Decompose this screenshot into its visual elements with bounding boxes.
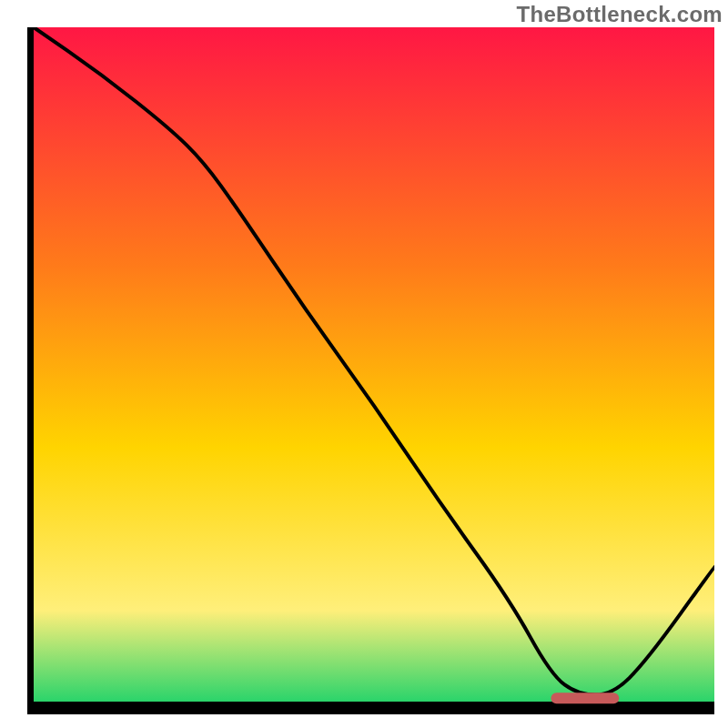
watermark-text: TheBottleneck.com [517,2,723,27]
plot-area [27,27,714,714]
optimal-region-marker [551,693,619,703]
chart-frame: TheBottleneck.com [0,0,728,728]
plot-svg [27,27,714,714]
gradient-background [27,27,714,705]
